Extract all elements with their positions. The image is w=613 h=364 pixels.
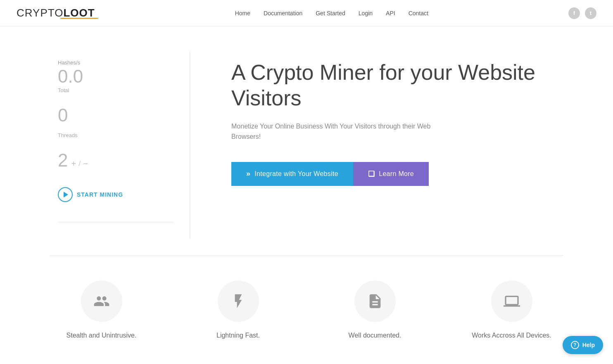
feature-docs-icon [354, 281, 396, 322]
logo[interactable]: CRYPTO LOOT [17, 7, 95, 19]
play-triangle-icon [64, 192, 68, 197]
thread-plus-button[interactable]: + [71, 159, 76, 168]
widget-divider [58, 222, 173, 222]
laptop-icon [504, 293, 520, 309]
hero-content: A Crypto Miner for your Website Visitors… [190, 51, 596, 239]
start-mining-button[interactable]: START MINING [58, 187, 123, 202]
threads-row: 0 [58, 105, 173, 126]
play-icon [58, 187, 73, 202]
thread-controls: + / − [71, 159, 88, 168]
help-question-mark: ? [573, 342, 576, 348]
hero-title: A Crypto Miner for your Website Visitors [231, 59, 572, 111]
nav-home[interactable]: Home [235, 10, 250, 17]
thread-count: 2 [58, 150, 68, 171]
nav-social: f t [568, 7, 596, 19]
hero-section: Hashes/s 0.0 Total 0 Threads 2 + / − STA… [0, 26, 613, 255]
feature-devices: Works Accross All Devices. [466, 281, 557, 339]
hero-subtitle: Monetize Your Online Business With Your … [231, 121, 446, 142]
feature-stealth: Stealth and Unintrusive. [56, 281, 147, 339]
thread-controls-row: 2 + / − [58, 150, 173, 171]
hashes-label: Hashes/s [58, 59, 173, 66]
integrate-label: Integrate with Your Website [254, 170, 338, 178]
feature-stealth-icon [81, 281, 122, 322]
integrate-icon: » [246, 169, 250, 178]
nav-links: Home Documentation Get Started Login API… [235, 10, 428, 17]
help-label: Help [582, 342, 595, 348]
threads-value: 0 [58, 105, 68, 126]
nav-login[interactable]: Login [359, 10, 373, 17]
help-button[interactable]: ? Help [563, 336, 603, 354]
feature-lightning-icon [218, 281, 259, 322]
feature-lightning: Lightning Fast. [193, 281, 284, 339]
learn-icon: ❏ [368, 169, 375, 178]
hashes-value: 0.0 [58, 67, 173, 86]
people-icon [93, 293, 110, 309]
integrate-button[interactable]: » Integrate with Your Website [231, 162, 353, 186]
learn-label: Learn More [379, 170, 414, 178]
thread-slash: / [78, 159, 81, 168]
miner-widget: Hashes/s 0.0 Total 0 Threads 2 + / − STA… [50, 51, 190, 239]
nav-get-started[interactable]: Get Started [316, 10, 345, 17]
features-section: Stealth and Unintrusive. Lightning Fast.… [0, 256, 613, 356]
twitter-icon[interactable]: t [585, 7, 596, 19]
bolt-icon [230, 293, 247, 309]
navbar: CRYPTO LOOT Home Documentation Get Start… [0, 0, 613, 26]
help-question-icon: ? [571, 341, 579, 349]
nav-api[interactable]: API [386, 10, 395, 17]
feature-docs: Well documented. [330, 281, 421, 339]
facebook-icon[interactable]: f [568, 7, 580, 19]
feature-docs-label: Well documented. [349, 332, 402, 339]
feature-lightning-label: Lightning Fast. [216, 332, 260, 339]
logo-loot: LOOT [63, 7, 95, 19]
feature-devices-icon [491, 281, 532, 322]
learn-more-button[interactable]: ❏ Learn More [353, 162, 429, 186]
feature-stealth-label: Stealth and Unintrusive. [67, 332, 137, 339]
thread-minus-button[interactable]: − [83, 159, 88, 168]
start-mining-label: START MINING [77, 191, 123, 198]
feature-devices-label: Works Accross All Devices. [472, 332, 551, 339]
hero-buttons: » Integrate with Your Website ❏ Learn Mo… [231, 162, 572, 186]
nav-documentation[interactable]: Documentation [264, 10, 302, 17]
document-icon [367, 293, 383, 309]
threads-label: Threads [58, 132, 173, 138]
total-label: Total [58, 87, 173, 93]
logo-crypto: CRYPTO [17, 7, 63, 19]
nav-contact[interactable]: Contact [409, 10, 428, 17]
